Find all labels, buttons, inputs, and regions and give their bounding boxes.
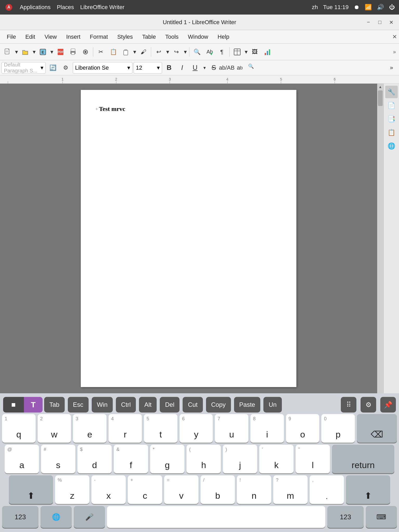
nonprint-chars-button[interactable]: ¶ [216,46,228,58]
kb-layout-icon[interactable]: ⠿ [341,397,356,413]
key-globe[interactable]: 🌐 [41,506,72,528]
document-scrollbar[interactable]: ▲ [377,84,383,393]
find-button[interactable]: 🔍 [191,46,203,58]
bold-button[interactable]: B [163,62,175,74]
styles-reload-button[interactable]: 🔄 [47,62,59,74]
menu-window[interactable]: Window [183,32,213,42]
kb-esc-button[interactable]: Esc [68,397,89,413]
applications-menu[interactable]: Applications [20,4,51,11]
key-f[interactable]: &f [114,445,148,473]
key-backspace[interactable]: ⌫ [357,414,397,443]
superscript-button[interactable]: ab [234,62,246,74]
kb-paste-button[interactable]: Paste [234,397,260,413]
record-icon[interactable]: ⏺ [354,4,360,11]
sidebar-gallery-icon[interactable]: 📑 [385,113,398,125]
styles-config-button[interactable]: ⚙ [60,62,72,74]
power-icon[interactable]: ⏻ [389,4,395,11]
scroll-up-arrow[interactable]: ▲ [377,84,383,90]
minimize-button[interactable]: − [364,18,373,27]
italic-button[interactable]: I [176,62,188,74]
places-menu[interactable]: Places [57,4,74,11]
key-z[interactable]: %z [55,475,89,504]
key-dismiss[interactable]: ⌨ [366,506,397,528]
key-u[interactable]: 7u [215,414,248,443]
font-size-dropdown[interactable]: 12 ▾ [134,62,162,74]
paste-button[interactable] [120,46,132,58]
insert-table-button[interactable] [231,46,243,58]
key-num-left[interactable]: 123 [2,506,38,528]
document-page[interactable]: + Test mrvc [81,90,296,387]
key-num-right[interactable]: 123 [327,506,364,528]
key-v[interactable]: =v [164,475,198,504]
document-content[interactable]: + Test mrvc [99,105,278,112]
menu-help[interactable]: Help [213,32,234,42]
underline-button[interactable]: U [189,62,201,74]
key-s[interactable]: #s [41,445,75,473]
copy-elsewhere-button[interactable]: 📋 [107,46,119,58]
open-button[interactable] [19,46,31,58]
menu-bar-close[interactable]: ✕ [392,34,397,40]
kb-ctrl-button[interactable]: Ctrl [116,397,136,413]
close-button[interactable]: ✕ [387,18,396,27]
paste-dropdown[interactable]: ▾ [132,46,137,58]
table-dropdown[interactable]: ▾ [244,46,248,58]
document-scroll[interactable]: + Test mrvc [0,84,377,393]
menu-format[interactable]: Format [85,32,113,42]
pdf-button[interactable]: PDF [55,46,66,58]
sidebar-properties-icon[interactable]: 🔧 [385,86,398,98]
scroll-thumb[interactable] [378,90,383,106]
new-dropdown[interactable]: ▾ [14,46,19,58]
redo-button[interactable]: ↪ [170,46,182,58]
sidebar-styles-icon[interactable]: 📄 [385,99,398,112]
kb-un-button[interactable]: Un [263,397,282,413]
volume-icon[interactable]: 🔊 [377,4,384,11]
sidebar-web-icon[interactable]: 🌐 [385,140,398,152]
open-dropdown[interactable]: ▾ [32,46,36,58]
insert-image-button[interactable]: 🖼 [249,46,261,58]
kb-win-button[interactable]: Win [92,397,113,413]
maximize-button[interactable]: □ [375,18,384,27]
menu-view[interactable]: View [40,32,61,42]
uppercase-button[interactable]: ab/AB [221,62,233,74]
key-g[interactable]: *g [150,445,184,473]
key-n[interactable]: !n [237,475,271,504]
key-a[interactable]: @a [5,445,39,473]
edit-dropdown[interactable]: ▾ [49,46,54,58]
key-x[interactable]: -x [91,475,126,504]
kb-copy-button[interactable]: Copy [206,397,231,413]
key-j[interactable]: )j [223,445,257,473]
key-comma[interactable]: ,. [310,475,344,504]
key-q[interactable]: 1q [2,414,36,443]
key-h[interactable]: (h [187,445,221,473]
strikethrough-button[interactable]: S [208,62,220,74]
writer-menu[interactable]: LibreOffice Writer [80,4,124,11]
key-shift-right[interactable]: ⬆ [346,475,390,504]
menu-table[interactable]: Table [137,32,161,42]
format-paint-button[interactable]: 🖌 [137,46,149,58]
key-y[interactable]: 6y [179,414,213,443]
kb-t-button[interactable]: T [24,397,43,413]
menu-styles[interactable]: Styles [112,32,137,42]
key-p[interactable]: 0p [321,414,355,443]
key-space[interactable] [107,506,325,528]
kb-tab-button[interactable]: Tab [44,397,65,413]
font-dropdown[interactable]: Liberation Se ▾ [73,62,132,74]
key-return[interactable]: return [332,445,394,473]
kb-pin-icon[interactable]: 📌 [380,397,396,413]
menu-insert[interactable]: Insert [62,32,85,42]
key-mic[interactable]: 🎤 [74,506,105,528]
redo-dropdown[interactable]: ▾ [183,46,188,58]
format-bar-overflow[interactable]: » [385,62,397,74]
cut-button[interactable]: ✂ [95,46,107,58]
key-e[interactable]: 3e [73,414,107,443]
styles-dropdown[interactable]: Default Paragraph S... ▾ [2,62,46,74]
undo-dropdown[interactable]: ▾ [165,46,170,58]
toolbar-overflow[interactable]: » [391,47,397,56]
edit-mode-button[interactable]: E [37,46,49,58]
key-o[interactable]: 9o [286,414,320,443]
kb-cut-button[interactable]: Cut [183,397,203,413]
insert-chart-button[interactable] [261,46,273,58]
key-w[interactable]: 2w [38,414,71,443]
menu-edit[interactable]: Edit [21,32,40,42]
undo-button[interactable]: ↩ [153,46,165,58]
